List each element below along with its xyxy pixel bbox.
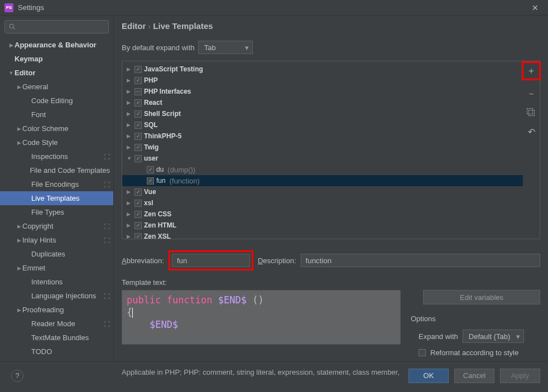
group-checkbox[interactable] [134,122,142,129]
expand-with-select[interactable]: Tab [198,41,253,54]
sidebar-item-inspections[interactable]: Inspections⛶ [0,149,113,163]
group-checkbox[interactable] [134,88,142,95]
description-label: Description: [258,257,296,265]
tree-label: Language Injections [31,292,96,300]
sidebar-item-code-editing[interactable]: Code Editing [0,94,113,108]
template-item-du[interactable]: du(dump()) [122,164,523,175]
sidebar-item-language-injections[interactable]: Language Injections⛶ [0,289,113,303]
template-group-shell-script[interactable]: ▶Shell Script [122,108,523,119]
sidebar-item-inlay-hints[interactable]: ▶Inlay Hints⛶ [0,233,113,247]
template-checkbox[interactable] [147,166,154,173]
group-checkbox[interactable] [134,110,142,118]
breadcrumb: Editor›Live Templates [122,21,540,31]
tree-label: Duplicates [31,250,65,258]
template-tree[interactable]: ▶JavaScript Testing▶PHP▶PHP Interfaces▶R… [122,61,523,239]
group-checkbox[interactable] [134,200,142,207]
template-group-sql[interactable]: ▶SQL [122,119,523,130]
template-item-fun[interactable]: fun(function) [122,175,523,186]
sidebar-item-reader-mode[interactable]: Reader Mode⛶ [0,317,113,331]
group-checkbox[interactable] [134,99,142,107]
sidebar-item-file-encodings[interactable]: File Encodings⛶ [0,177,113,191]
chevron-icon: ▶ [127,111,132,117]
group-checkbox[interactable] [134,144,142,151]
app-icon: PS [4,3,13,12]
group-label: SQL [144,121,158,129]
template-checkbox[interactable] [147,177,154,185]
chevron-icon: ▶ [16,84,22,90]
revert-button[interactable]: ↶ [526,126,537,137]
reformat-checkbox[interactable] [419,349,426,356]
group-checkbox[interactable] [134,188,142,196]
tree-label: File and Code Templates [30,166,110,175]
abbreviation-input[interactable] [172,254,250,267]
template-group-xsl[interactable]: ▶xsl [122,197,523,209]
template-group-react[interactable]: ▶React [122,97,523,108]
chevron-icon: ▶ [16,224,22,229]
edit-variables-button[interactable]: Edit variables [423,290,540,304]
sidebar-item-duplicates[interactable]: Duplicates [0,247,113,261]
sidebar-item-font[interactable]: Font [0,108,113,122]
template-group-zen-css[interactable]: ▶Zen CSS [122,209,523,220]
sidebar-item-emmet[interactable]: ▶Emmet [0,261,113,275]
sidebar-item-general[interactable]: ▶General [0,80,113,94]
group-label: xsl [144,199,153,207]
template-group-vue[interactable]: ▶Vue [122,186,523,197]
chevron-icon: ▶ [16,307,22,313]
sidebar-item-copyright[interactable]: ▶Copyright⛶ [0,219,113,233]
group-checkbox[interactable] [134,66,142,73]
group-label: React [144,99,162,107]
add-template-button[interactable]: ＋ [526,65,537,76]
sidebar-item-live-templates[interactable]: Live Templates [0,191,113,205]
chevron-icon: ▶ [127,89,132,94]
group-checkbox[interactable] [134,133,142,140]
sidebar-item-keymap[interactable]: Keymap [0,52,113,66]
sidebar-item-textmate-bundles[interactable]: TextMate Bundles [0,331,113,345]
sidebar-item-proofreading[interactable]: ▶Proofreading [0,303,113,317]
template-group-zen-xsl[interactable]: ▶Zen XSL [122,231,523,239]
settings-tree[interactable]: ▶Appearance & BehaviorKeymap▼Editor▶Gene… [0,38,113,361]
tree-label: Color Scheme [22,124,68,133]
template-hint: (dump()) [167,166,195,174]
copy-template-button[interactable]: ⿻ [526,107,537,118]
applicable-contexts: Applicable in PHP; PHP: comment, string … [122,368,540,376]
template-group-php[interactable]: ▶PHP [122,75,523,86]
group-checkbox[interactable] [134,77,142,84]
sidebar-item-file-types[interactable]: File Types [0,205,113,219]
template-group-user[interactable]: ▼user [122,153,523,164]
close-button[interactable]: ✕ [527,2,544,13]
remove-template-button[interactable]: － [526,88,537,99]
tree-label: Keymap [15,55,43,63]
sidebar-item-code-style[interactable]: ▶Code Style [0,135,113,149]
sidebar-item-intentions[interactable]: Intentions [0,275,113,289]
tree-label: General [22,83,48,91]
template-text-editor[interactable]: public function $END$ () { $END$ [122,290,401,345]
chevron-icon: ▶ [16,238,22,243]
help-button[interactable]: ? [11,370,23,382]
tree-label: Font [31,110,46,119]
chevron-icon: ▶ [127,78,132,83]
chevron-icon: ▶ [127,222,132,228]
group-checkbox[interactable] [134,222,142,229]
search-input[interactable] [4,20,109,33]
sidebar-item-file-and-code-templates[interactable]: File and Code Templates [0,163,113,177]
sidebar-item-color-scheme[interactable]: ▶Color Scheme [0,122,113,135]
group-checkbox[interactable] [134,155,142,162]
group-checkbox[interactable] [134,233,142,239]
group-checkbox[interactable] [134,211,142,218]
template-group-twig[interactable]: ▶Twig [122,142,523,153]
template-group-javascript-testing[interactable]: ▶JavaScript Testing [122,64,523,75]
tree-label: Proofreading [22,306,64,314]
sidebar-item-editor[interactable]: ▼Editor [0,66,113,80]
group-label: Twig [144,143,158,151]
expand-with-option-select[interactable]: Default (Tab) [463,330,524,343]
chevron-icon: ▶ [127,100,132,105]
template-group-zen-html[interactable]: ▶Zen HTML [122,220,523,231]
group-label: ThinkPHP-5 [144,132,181,140]
description-input[interactable] [301,254,540,267]
template-group-php-interfaces[interactable]: ▶PHP Interfaces [122,86,523,97]
sidebar-item-appearance-behavior[interactable]: ▶Appearance & Behavior [0,38,113,52]
template-group-thinkphp-5[interactable]: ▶ThinkPHP-5 [122,130,523,142]
tree-label: Emmet [22,264,45,272]
sidebar-item-todo[interactable]: TODO [0,345,113,359]
scheme-icon: ⛶ [104,181,110,188]
